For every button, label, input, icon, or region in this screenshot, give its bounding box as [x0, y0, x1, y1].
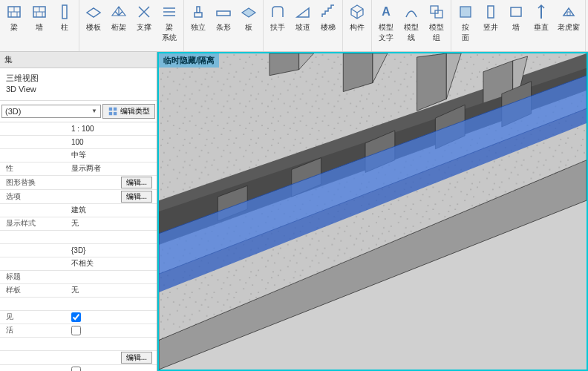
property-value[interactable]: 中等: [68, 149, 157, 161]
ribbon-line-button[interactable]: 模型线: [399, 1, 423, 45]
shaft-icon: [482, 3, 500, 21]
property-label: [0, 154, 68, 156]
ribbon-wall-button[interactable]: 梁: [2, 1, 26, 34]
property-row[interactable]: 性显示两者: [0, 162, 157, 176]
line-icon: [402, 3, 420, 21]
property-value[interactable]: [68, 312, 157, 323]
property-checkbox[interactable]: [71, 326, 81, 335]
property-row[interactable]: [0, 338, 157, 351]
dormer-icon: [560, 3, 578, 21]
property-value[interactable]: 无: [68, 217, 157, 229]
svg-rect-34: [109, 112, 112, 115]
property-row[interactable]: 标题: [0, 271, 157, 284]
ramp-icon: [294, 3, 312, 21]
property-row[interactable]: 活: [0, 324, 157, 338]
svg-rect-16: [435, 10, 442, 18]
svg-rect-10: [62, 5, 67, 19]
property-value[interactable]: [68, 366, 157, 371]
property-checkbox[interactable]: [71, 312, 81, 322]
svg-rect-18: [488, 6, 494, 18]
property-label: 性: [0, 162, 68, 174]
property-value[interactable]: [68, 276, 157, 278]
property-row[interactable]: 编辑...: [0, 351, 157, 365]
ribbon-vertical-button[interactable]: 垂直: [529, 1, 553, 45]
svg-rect-32: [109, 108, 112, 111]
ribbon-wall2-button[interactable]: 墙: [504, 1, 528, 45]
ribbon-group-button[interactable]: 模型组: [425, 1, 448, 45]
property-row[interactable]: 中等: [0, 149, 157, 162]
ribbon-beam-sys-button[interactable]: 梁系统: [157, 1, 181, 45]
group-icon: [428, 3, 445, 21]
property-label: [0, 357, 68, 358]
property-row[interactable]: [0, 231, 157, 244]
isolated-icon: [189, 3, 207, 21]
property-row[interactable]: 见: [0, 311, 157, 324]
edit-type-label: 编辑类型: [120, 106, 150, 116]
property-row[interactable]: 100: [0, 136, 157, 149]
view-type-label: 三维视图: [6, 73, 151, 84]
main-area: 集 三维视图 3D View (3D) ▼ 编辑类型 1 : 100100中等性…: [0, 52, 588, 371]
ribbon-ramp-button[interactable]: 坡道: [291, 1, 315, 34]
property-value[interactable]: [68, 303, 157, 304]
ribbon-strip-button[interactable]: 条形: [212, 1, 235, 34]
property-edit-button[interactable]: 编辑...: [121, 352, 152, 364]
edit-type-button[interactable]: 编辑类型: [102, 104, 155, 119]
property-row[interactable]: 选项编辑...: [0, 190, 157, 204]
property-edit-button[interactable]: 编辑...: [121, 191, 152, 203]
ribbon-slab2-button[interactable]: 板: [237, 1, 261, 34]
view-dropdown[interactable]: (3D) ▼: [1, 105, 101, 118]
property-label: [0, 249, 68, 251]
property-checkbox[interactable]: [71, 367, 81, 371]
property-row[interactable]: 不相关: [0, 257, 157, 271]
property-row[interactable]: 样板无: [0, 284, 157, 298]
ribbon-wall-button[interactable]: 墙: [27, 1, 51, 34]
property-value[interactable]: 无: [68, 284, 157, 296]
property-row[interactable]: {3D}: [0, 244, 157, 257]
ribbon-truss-button[interactable]: 桁架: [107, 1, 131, 45]
ribbon-stair-button[interactable]: 楼梯: [316, 1, 340, 34]
ribbon-handrail-button[interactable]: 扶手: [266, 1, 290, 34]
column-icon: [56, 3, 74, 21]
ribbon-component-button[interactable]: 构件: [345, 1, 369, 34]
property-value[interactable]: 1 : 100: [68, 124, 157, 134]
property-row[interactable]: 建筑: [0, 204, 157, 217]
property-value[interactable]: 编辑...: [68, 176, 157, 189]
property-row[interactable]: [0, 365, 157, 371]
property-row[interactable]: 显示样式无: [0, 217, 157, 231]
property-value[interactable]: 编辑...: [68, 190, 157, 203]
ribbon-shaft-button[interactable]: 竖井: [479, 1, 503, 45]
svg-rect-12: [197, 7, 200, 13]
property-label: [0, 303, 68, 304]
svg-text:A: A: [382, 5, 391, 18]
brace-icon: [135, 3, 153, 21]
ribbon-brace-button[interactable]: 支撑: [132, 1, 156, 45]
property-label: 见: [0, 311, 68, 323]
property-value[interactable]: [68, 343, 157, 344]
ribbon-slab-button[interactable]: 楼板: [82, 1, 105, 45]
property-label: 图形替换: [0, 177, 68, 188]
property-value[interactable]: [68, 236, 157, 237]
beam-sys-icon: [160, 3, 178, 21]
property-value[interactable]: 显示两者: [68, 162, 157, 174]
property-value[interactable]: [68, 325, 157, 336]
property-row[interactable]: [0, 298, 157, 311]
property-value[interactable]: 100: [68, 137, 157, 147]
property-row[interactable]: 图形替换编辑...: [0, 176, 157, 190]
property-value[interactable]: 不相关: [68, 257, 157, 269]
ribbon-dormer-button[interactable]: 老虎窗: [555, 1, 583, 45]
ribbon-text-button[interactable]: A模型文字: [374, 1, 398, 45]
ribbon-face-button[interactable]: 按面: [454, 1, 477, 45]
component-icon: [348, 3, 366, 21]
property-label: [0, 263, 68, 264]
property-edit-button[interactable]: 编辑...: [121, 177, 152, 188]
ribbon-isolated-button[interactable]: 独立: [186, 1, 210, 34]
3d-viewport[interactable]: 临时隐藏/隔离: [157, 52, 588, 371]
property-value[interactable]: 编辑...: [68, 351, 157, 364]
3d-view-canvas: [159, 53, 587, 370]
property-row[interactable]: 1 : 100: [0, 122, 157, 136]
property-value[interactable]: {3D}: [68, 246, 157, 255]
ribbon-column-button[interactable]: 柱: [53, 1, 76, 34]
property-value[interactable]: 建筑: [68, 204, 157, 216]
ribbon-toolbar: 梁墙柱楼板桁架支撑梁系统独立条形板扶手坡道楼梯构件A模型文字模型线模型组按面竖井…: [0, 0, 588, 52]
stair-icon: [319, 3, 337, 21]
